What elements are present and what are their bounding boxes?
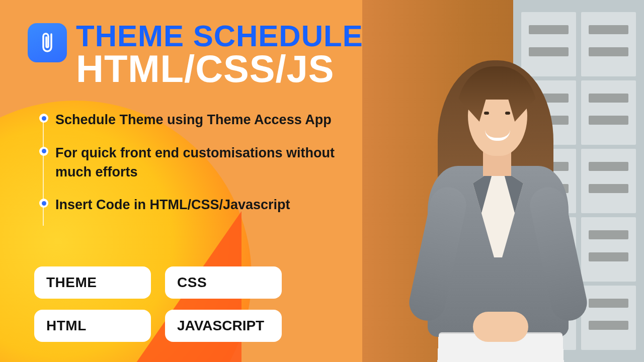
bullet-text: Schedule Theme using Theme Access App — [55, 111, 341, 130]
title-line-2: HTML/CSS/JS — [76, 50, 363, 88]
tag-theme: THEME — [34, 266, 151, 299]
bullet-text: Insert Code in HTML/CSS/Javascript — [55, 196, 341, 215]
bullet-item: Schedule Theme using Theme Access App — [55, 111, 341, 130]
bullet-connector-line — [43, 118, 44, 226]
bullet-dot-icon — [39, 114, 48, 123]
feature-bullets: Schedule Theme using Theme Access App Fo… — [39, 111, 341, 229]
bullet-dot-icon — [39, 147, 48, 156]
tag-css: CSS — [165, 266, 282, 299]
bullet-item: Insert Code in HTML/CSS/Javascript — [55, 196, 341, 215]
app-icon — [28, 23, 67, 62]
promo-banner: THEME SCHEDULE HTML/CSS/JS Schedule Them… — [0, 0, 644, 362]
tag-grid: THEME CSS HTML JAVASCRIPT — [34, 266, 282, 342]
header: THEME SCHEDULE HTML/CSS/JS — [28, 20, 363, 88]
tag-html: HTML — [34, 310, 151, 342]
person-illustration — [397, 40, 579, 362]
bullet-dot-icon — [39, 199, 48, 208]
photo-area — [362, 0, 644, 362]
title-block: THEME SCHEDULE HTML/CSS/JS — [76, 20, 363, 88]
paperclip-icon — [37, 30, 58, 55]
bullet-text: For quick front end customisations witho… — [55, 144, 341, 182]
tag-javascript: JAVASCRIPT — [165, 310, 282, 342]
bullet-item: For quick front end customisations witho… — [55, 144, 341, 182]
